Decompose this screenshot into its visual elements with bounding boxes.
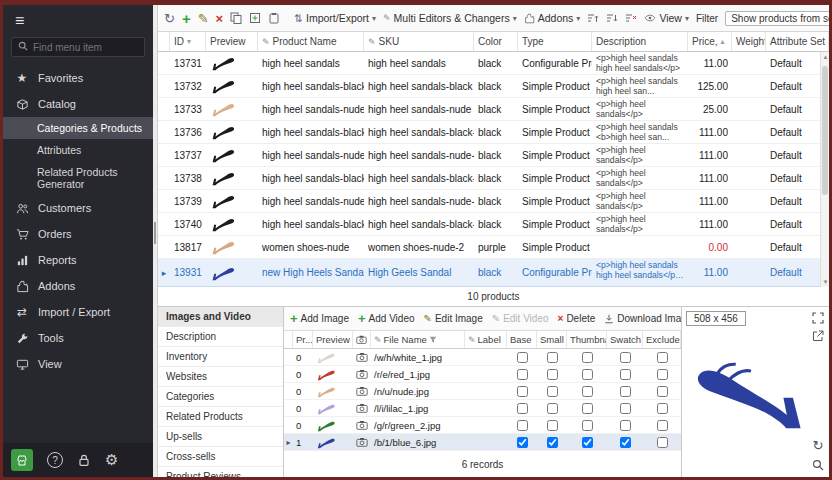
multi-editors-dropdown[interactable]: ✎ Multi Editors & Changers ▾ <box>383 12 517 24</box>
sidebar-item-addons[interactable]: Addons <box>3 273 153 299</box>
sidebar-item-import-export[interactable]: ⇄ Import / Export <box>3 299 153 325</box>
base-checkbox[interactable] <box>517 369 528 380</box>
column-header-position[interactable]: Pr... <box>293 331 313 348</box>
image-row[interactable]: 0/g/r/green_2.jpg <box>284 417 681 434</box>
swatch-checkbox[interactable] <box>620 369 631 380</box>
row-expand-icon[interactable] <box>158 144 170 166</box>
image-row[interactable]: 0/r/e/red_1.jpg <box>284 366 681 383</box>
duplicate-icon[interactable] <box>249 12 261 24</box>
copy-icon[interactable] <box>230 12 242 24</box>
column-header-thumbnail[interactable]: Thumbna... <box>567 331 607 348</box>
gear-icon[interactable]: ⚙ <box>105 451 118 469</box>
sidebar-item-catalog[interactable]: Catalog <box>3 91 153 117</box>
swatch-checkbox[interactable] <box>620 437 631 448</box>
import-export-dropdown[interactable]: ⇅ Import/Export ▾ <box>294 12 376 24</box>
scroll-up-icon[interactable]: ▲ <box>821 54 830 60</box>
base-checkbox[interactable] <box>517 437 528 448</box>
swatch-checkbox[interactable] <box>620 420 631 431</box>
exclude-checkbox[interactable] <box>657 386 668 397</box>
clipboard-icon[interactable] <box>268 12 280 24</box>
product-row[interactable]: 13739high heel sandals-nude-37high heel … <box>158 190 829 213</box>
column-header-id[interactable]: ID▾ <box>170 32 206 51</box>
column-header-description[interactable]: Description <box>592 32 688 51</box>
sort-asc-icon[interactable] <box>587 13 599 24</box>
scroll-down-icon[interactable]: ▼ <box>821 279 830 285</box>
column-header-label[interactable]: ✎Label <box>465 331 507 348</box>
column-header-attribute-set[interactable]: Attribute Set Name <box>766 32 829 51</box>
column-header-swatch[interactable]: Swatch <box>607 331 643 348</box>
exclude-checkbox[interactable] <box>657 420 668 431</box>
column-header-preview[interactable]: Preview <box>206 32 258 51</box>
base-checkbox[interactable] <box>517 352 528 363</box>
row-expand-icon[interactable] <box>158 236 170 258</box>
swatch-checkbox[interactable] <box>620 386 631 397</box>
product-row[interactable]: ▸13931new High Heels SandalsHigh Geels S… <box>158 259 829 287</box>
edit-product-icon[interactable]: ✎ <box>198 12 209 25</box>
row-expand-icon[interactable] <box>284 366 293 382</box>
product-row[interactable]: 13732high heel sandals-blackhigh heel sa… <box>158 75 829 98</box>
thumbnail-checkbox[interactable] <box>582 437 593 448</box>
tab-cross-sells[interactable]: Cross-sells <box>158 447 283 467</box>
column-header-small[interactable]: Small <box>537 331 567 348</box>
image-row[interactable]: 0/l/i/lilac_1.jpg <box>284 400 681 417</box>
sidebar-item-orders[interactable]: Orders <box>3 221 153 247</box>
row-expand-icon[interactable] <box>158 167 170 189</box>
tab-images-and-video[interactable]: Images and Video <box>158 307 283 327</box>
thumbnail-checkbox[interactable] <box>582 352 593 363</box>
sidebar-item-view[interactable]: View <box>3 351 153 377</box>
delete-image-button[interactable]: ×Delete <box>558 313 596 324</box>
column-header-type[interactable]: Type <box>518 32 592 51</box>
tab-description[interactable]: Description <box>158 327 283 347</box>
row-expand-icon[interactable] <box>158 75 170 97</box>
row-expand-icon[interactable] <box>158 121 170 143</box>
product-row[interactable]: 13738high heel sandals-black-37high heel… <box>158 167 829 190</box>
row-expand-icon[interactable] <box>284 383 293 399</box>
sidebar-item-customers[interactable]: Customers <box>3 195 153 221</box>
small-checkbox[interactable] <box>547 369 558 380</box>
product-row[interactable]: 13736high heel sandals-black-36high heel… <box>158 121 829 144</box>
sidebar-item-tools[interactable]: Tools <box>3 325 153 351</box>
download-image-button[interactable]: Download Image <box>604 313 681 324</box>
exclude-checkbox[interactable] <box>657 352 668 363</box>
row-expand-icon[interactable] <box>284 349 293 365</box>
edit-video-button[interactable]: ✎Edit Video <box>492 313 549 324</box>
row-expand-icon[interactable] <box>284 400 293 416</box>
view-dropdown[interactable]: View ▾ <box>644 12 689 24</box>
thumbnail-checkbox[interactable] <box>582 403 593 414</box>
image-row[interactable]: ▸1/b/1/blue_6.jpg <box>284 434 681 451</box>
tab-inventory[interactable]: Inventory <box>158 347 283 367</box>
edit-image-button[interactable]: ✎Edit Image <box>424 313 483 324</box>
swatch-checkbox[interactable] <box>620 403 631 414</box>
lock-icon[interactable] <box>77 453 91 467</box>
refresh-icon[interactable]: ↻ <box>164 12 175 25</box>
delete-product-icon[interactable]: × <box>216 12 224 25</box>
category-filter-select[interactable]: Show products from selected categories ▾ <box>725 11 829 26</box>
product-row[interactable]: 13731high heel sandalshigh heel sandalsb… <box>158 52 829 75</box>
base-checkbox[interactable] <box>517 403 528 414</box>
sidebar-item-reports[interactable]: Reports <box>3 247 153 273</box>
clear-sort-icon[interactable] <box>625 13 637 24</box>
tab-up-sells[interactable]: Up-sells <box>158 427 283 447</box>
column-header-preview[interactable]: Preview <box>313 331 353 348</box>
thumbnail-checkbox[interactable] <box>582 386 593 397</box>
row-expand-icon[interactable] <box>158 190 170 212</box>
row-expand-icon[interactable]: ▸ <box>158 259 170 286</box>
column-header-exclude[interactable]: Exclude <box>643 331 681 348</box>
tab-websites[interactable]: Websites <box>158 367 283 387</box>
scrollbar-thumb[interactable] <box>822 66 828 195</box>
tab-related-products[interactable]: Related Products <box>158 407 283 427</box>
open-external-icon[interactable] <box>812 330 824 342</box>
column-header-weight[interactable]: Weight <box>732 32 766 51</box>
exclude-checkbox[interactable] <box>657 437 668 448</box>
base-checkbox[interactable] <box>517 386 528 397</box>
vertical-scrollbar[interactable]: ▲ ▼ <box>820 52 829 287</box>
column-header-color[interactable]: Color <box>474 32 518 51</box>
fullscreen-icon[interactable] <box>812 312 824 324</box>
exclude-checkbox[interactable] <box>657 369 668 380</box>
small-checkbox[interactable] <box>547 403 558 414</box>
add-image-button[interactable]: +Add Image <box>290 311 349 326</box>
sidebar-item-related-products-generator[interactable]: Related Products Generator <box>3 161 153 195</box>
store-icon[interactable] <box>11 449 33 471</box>
sidebar-item-favorites[interactable]: ★ Favorites <box>3 65 153 91</box>
product-row[interactable]: 13733high heel sandals-nudehigh heel san… <box>158 98 829 121</box>
